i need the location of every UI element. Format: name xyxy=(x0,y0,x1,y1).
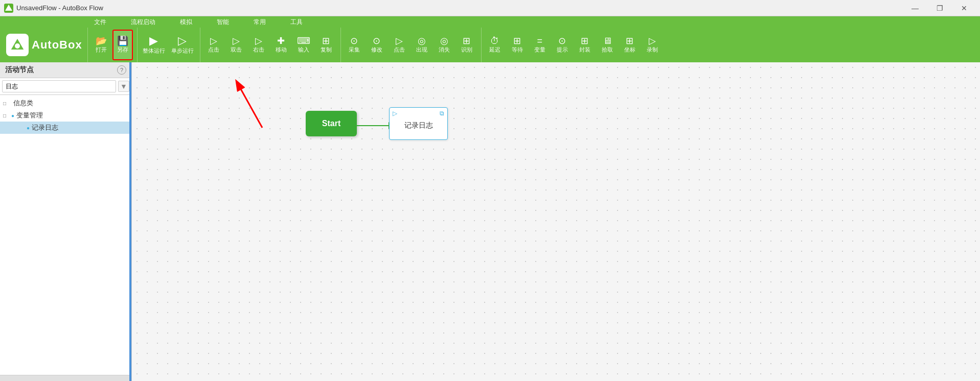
log-label: 记录日志 xyxy=(32,123,58,132)
sim-click-icon: ▷ xyxy=(210,36,217,45)
save-button[interactable]: 💾 另存 xyxy=(112,30,133,60)
window-title: UnsavedFlow - AutoBox Flow xyxy=(16,4,103,12)
sim-copy-label: 复制 xyxy=(321,46,332,53)
section-tools[interactable]: 工具 xyxy=(288,17,305,28)
search-input[interactable] xyxy=(2,80,116,92)
smart-click-label: 点击 xyxy=(394,46,405,53)
common-record-button[interactable]: ▷ 录制 xyxy=(642,30,663,60)
ribbon-section-labels: 文件 流程启动 模拟 智能 常用 工具 xyxy=(0,16,980,28)
svg-marker-0 xyxy=(5,5,12,11)
expand-icon-var: □ xyxy=(3,113,9,118)
common-encap-button[interactable]: ⊞ 封装 xyxy=(575,30,595,60)
tree-item-var-group[interactable]: □ ● 变量管理 xyxy=(0,109,131,122)
smart-modify-icon: ⊙ xyxy=(373,36,380,45)
smart-disappear-icon: ◎ xyxy=(440,36,448,45)
common-coord-button[interactable]: ⊞ 坐标 xyxy=(620,30,640,60)
sidebar-header: 活动节点 ? xyxy=(0,62,131,78)
smart-appear-icon: ◎ xyxy=(418,36,426,45)
sim-dblclick-icon: ▷ xyxy=(233,36,240,45)
common-delay-label: 延迟 xyxy=(489,46,500,53)
smart-capture-button[interactable]: ⊙ 采集 xyxy=(344,30,364,60)
expand-icon: □ xyxy=(3,101,9,106)
run-step-button[interactable]: ▷ 单步运行 xyxy=(169,30,196,60)
smart-modify-label: 修改 xyxy=(371,46,382,53)
smart-disappear-button[interactable]: ◎ 消失 xyxy=(434,30,454,60)
smart-appear-button[interactable]: ◎ 出现 xyxy=(412,30,432,60)
start-node[interactable]: Start xyxy=(306,111,357,136)
minimize-button[interactable]: — xyxy=(903,0,927,16)
sim-rightclick-icon: ▷ xyxy=(255,36,262,45)
smart-modify-button[interactable]: ⊙ 修改 xyxy=(367,30,387,60)
common-hint-button[interactable]: ⊙ 提示 xyxy=(552,30,573,60)
ribbon-group-simulate: ▷ 点击 ▷ 双击 ▷ 右击 ✚ 移动 ⌨ 输入 ⊞ 复制 xyxy=(200,28,339,62)
smart-recognize-button[interactable]: ⊞ 识别 xyxy=(457,30,477,60)
common-wait-button[interactable]: ⊞ 等待 xyxy=(507,30,528,60)
search-area: ▼ xyxy=(0,78,131,95)
tree-item-info-group[interactable]: □ 信息类 xyxy=(0,97,131,109)
sim-input-icon: ⌨ xyxy=(297,36,310,45)
sidebar-resize-handle[interactable] xyxy=(129,62,131,381)
ribbon-group-smart: ⊙ 采集 ⊙ 修改 ▷ 点击 ◎ 出现 ◎ 消失 ⊞ 识别 xyxy=(340,28,480,62)
common-delay-button[interactable]: ⏱ 延迟 xyxy=(485,30,505,60)
sim-move-label: 移动 xyxy=(276,46,287,53)
section-smart[interactable]: 智能 xyxy=(215,17,231,28)
smart-recognize-label: 识别 xyxy=(461,46,472,53)
common-variable-button[interactable]: = 变量 xyxy=(530,30,550,60)
common-record-label: 录制 xyxy=(647,46,658,53)
smart-capture-icon: ⊙ xyxy=(350,36,358,45)
open-button[interactable]: 📂 打开 xyxy=(91,30,111,60)
section-file[interactable]: 文件 xyxy=(92,17,108,28)
maximize-button[interactable]: ❐ xyxy=(928,0,951,16)
node-play-icon: ▷ xyxy=(393,110,397,117)
sim-click-button[interactable]: ▷ 点击 xyxy=(203,30,224,60)
sim-rightclick-button[interactable]: ▷ 右击 xyxy=(248,30,269,60)
sidebar-scrollbar[interactable] xyxy=(0,375,131,381)
section-common[interactable]: 常用 xyxy=(252,17,268,28)
logo-text: AutoBox xyxy=(32,38,82,52)
ribbon-main: AutoBox 📂 打开 💾 另存 ▶ 整体运行 ▷ 单步运行 xyxy=(0,28,980,62)
log-node[interactable]: ▷ ⧉ 记录日志 xyxy=(389,107,448,140)
common-wait-label: 等待 xyxy=(512,46,523,53)
sidebar-help-button[interactable]: ? xyxy=(117,65,126,75)
app-logo: AutoBox xyxy=(2,28,86,62)
svg-point-2 xyxy=(15,43,20,49)
log-node-label: 记录日志 xyxy=(404,121,433,130)
common-pick-button[interactable]: 🖥 拾取 xyxy=(597,30,618,60)
common-hint-icon: ⊙ xyxy=(558,36,566,45)
run-step-icon: ▷ xyxy=(178,35,187,46)
section-flow[interactable]: 流程启动 xyxy=(129,17,157,28)
node-copy-icon: ⧉ xyxy=(440,110,444,117)
title-left: UnsavedFlow - AutoBox Flow xyxy=(4,4,103,13)
run-step-label: 单步运行 xyxy=(171,47,194,54)
var-group-icon: ● xyxy=(11,113,14,118)
ribbon: 文件 流程启动 模拟 智能 常用 工具 AutoBox 📂 打开 💾 xyxy=(0,16,980,62)
annotation-arrow xyxy=(232,77,283,133)
save-label: 另存 xyxy=(117,46,128,53)
sim-copy-icon: ⊞ xyxy=(322,36,330,45)
logo-icon xyxy=(6,34,29,56)
titlebar: UnsavedFlow - AutoBox Flow — ❐ ✕ xyxy=(0,0,980,16)
canvas-area[interactable]: Start ▷ ⧉ 记录日志 xyxy=(132,62,980,381)
open-icon: 📂 xyxy=(96,36,107,45)
sim-move-button[interactable]: ✚ 移动 xyxy=(271,30,291,60)
close-button[interactable]: ✕ xyxy=(952,0,976,16)
node-top-icons: ▷ ⧉ xyxy=(393,110,444,117)
sim-dblclick-button[interactable]: ▷ 双击 xyxy=(226,30,246,60)
common-variable-icon: = xyxy=(537,36,542,45)
ribbon-group-flow: ▶ 整体运行 ▷ 单步运行 xyxy=(137,28,199,62)
sim-copy-button[interactable]: ⊞ 复制 xyxy=(316,30,336,60)
common-pick-label: 拾取 xyxy=(602,46,613,53)
smart-click-button[interactable]: ▷ 点击 xyxy=(389,30,409,60)
smart-capture-label: 采集 xyxy=(349,46,360,53)
common-delay-icon: ⏱ xyxy=(490,36,499,45)
sim-rightclick-label: 右击 xyxy=(253,46,264,53)
section-simulate[interactable]: 模拟 xyxy=(178,17,194,28)
sim-input-button[interactable]: ⌨ 输入 xyxy=(293,30,314,60)
tree-item-log[interactable]: ● 记录日志 xyxy=(0,122,131,134)
run-all-button[interactable]: ▶ 整体运行 xyxy=(141,30,167,60)
var-label: 变量管理 xyxy=(16,111,43,120)
common-pick-icon: 🖥 xyxy=(603,36,612,45)
ribbon-group-common: ⏱ 延迟 ⊞ 等待 = 变量 ⊙ 提示 ⊞ 封装 🖥 拾取 xyxy=(481,28,666,62)
search-clear-button[interactable]: ▼ xyxy=(118,81,129,92)
sidebar: 活动节点 ? ▼ □ 信息类 □ ● 变量管理 ● 记录日志 xyxy=(0,62,132,381)
